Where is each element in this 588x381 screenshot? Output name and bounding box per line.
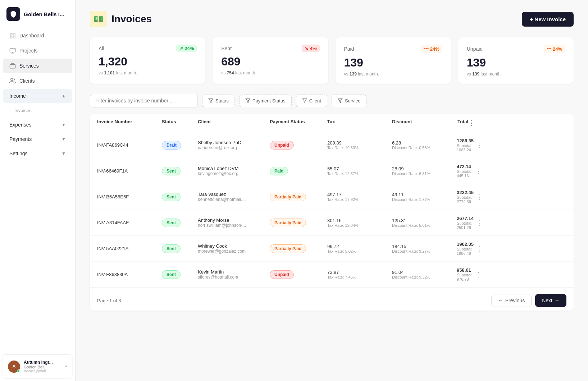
stat-badge-all: ↗ 24% <box>176 45 197 52</box>
sidebar-nav: Dashboard Projects Services Clients Inco… <box>0 28 75 352</box>
tax-cell: 209.39 Tax Rate: 19.33% <box>327 140 392 150</box>
row-actions-button[interactable]: ⋮ <box>472 166 484 176</box>
status-badge: Sent <box>162 270 181 279</box>
col-invoice-number: Invoice Number <box>97 119 162 127</box>
discount-cell: 184.15 Discount Rate: 9.27% <box>392 244 457 253</box>
filter-icon <box>208 98 213 103</box>
trend-icon-unpaid: 〜 <box>547 46 551 52</box>
discount-rate: Discount Rate: 6.31% <box>392 171 457 176</box>
next-arrow-icon: → <box>555 298 560 303</box>
income-label: Income <box>9 93 26 99</box>
user-company: Golden Bell... <box>24 365 61 369</box>
filter-icon <box>302 98 307 103</box>
app-logo[interactable]: Golden Bells I... <box>0 0 75 28</box>
payment-status-filter-button[interactable]: Payment Status <box>239 95 292 107</box>
previous-button[interactable]: ← Previous <box>491 294 532 307</box>
sidebar-section-income[interactable]: Income ▲ <box>3 89 72 103</box>
discount-cell: 91.04 Discount Rate: 9.32% <box>392 270 457 279</box>
total-value: 472.14 <box>457 164 472 169</box>
stat-label-unpaid: Unpaid <box>467 46 483 52</box>
avatar: A <box>8 361 20 373</box>
tax-rate: Tax Rate: 19.33% <box>327 146 392 150</box>
sidebar-item-services[interactable]: Services <box>3 59 72 73</box>
discount-value: 91.04 <box>392 270 457 275</box>
tax-rate: Tax Rate: 17.92% <box>327 197 392 202</box>
client-filter-button[interactable]: Client <box>296 95 327 107</box>
status-badge: Sent <box>162 219 181 227</box>
discount-cell: 6.28 Discount Rate: 0.58% <box>392 140 457 150</box>
table-row: INV-A314FAAF Sent Anthony Morse norriswi… <box>90 210 574 236</box>
tax-value: 497.17 <box>327 192 392 197</box>
invoice-icon: 💵 <box>90 11 106 27</box>
row-actions-button[interactable]: ⋮ <box>474 217 486 228</box>
sidebar-item-dashboard[interactable]: Dashboard <box>3 28 72 43</box>
table-row: INV-5AA0221A Sent Whitney Cook mbrewer@g… <box>90 236 574 262</box>
payment-status-cell: Partially Paid <box>270 244 327 253</box>
subtotal: Subtotal: 2501.29 <box>457 221 474 230</box>
stat-badge-sent: ↘ 4% <box>302 45 320 52</box>
page-title-wrap: 💵 Invoices <box>90 11 152 27</box>
page-header: 💵 Invoices + New Invoice <box>90 11 574 27</box>
service-filter-button[interactable]: Service <box>332 95 366 107</box>
discount-rate: Discount Rate: 9.27% <box>392 249 457 253</box>
stat-badge-paid: 〜 24% <box>421 45 442 53</box>
stat-value-unpaid: 139 <box>467 56 565 69</box>
subtotal: Subtotal: 2774.39 <box>457 195 474 204</box>
stat-sub-unpaid: vs 139 last month. <box>467 72 565 77</box>
discount-rate: Discount Rate: 0.58% <box>392 146 457 150</box>
row-actions-button[interactable]: ⋮ <box>474 140 486 151</box>
row-actions-button[interactable]: ⋮ <box>474 243 486 254</box>
col-payment-status: Payment Status <box>270 119 327 127</box>
discount-value: 6.28 <box>392 140 457 146</box>
stat-label-paid: Paid <box>344 46 354 52</box>
filter-icon <box>338 98 343 103</box>
new-invoice-button[interactable]: + New Invoice <box>522 12 574 27</box>
total-value: 1286.35 <box>457 138 474 143</box>
invoice-search-input[interactable] <box>90 94 198 107</box>
sidebar-section-payments[interactable]: Payments ▼ <box>3 132 72 146</box>
tax-rate: Tax Rate: 5.02% <box>327 249 392 253</box>
stat-sub-paid: vs 139 last month. <box>344 72 442 77</box>
income-arrow-icon: ▲ <box>61 93 66 98</box>
sidebar-item-clients[interactable]: Clients <box>3 74 72 88</box>
stat-card-sent: Sent ↘ 4% 689 vs 754 last month. <box>213 37 328 84</box>
client-name: Shelby Johnson PhD <box>198 140 270 145</box>
user-profile[interactable]: A Autumn Ingr... Golden Bell... momac@ma… <box>3 354 72 378</box>
discount-rate: Discount Rate: 9.32% <box>392 275 457 279</box>
discount-cell: 125.31 Discount Rate: 5.01% <box>392 218 457 228</box>
stat-card-all: All ↗ 24% 1,320 vs 1,101 last month. <box>90 37 205 84</box>
svg-rect-5 <box>10 64 15 68</box>
status-filter-button[interactable]: Status <box>202 95 235 107</box>
total-cell: 1902.05 Subtotal: 1986.48 ⋮ <box>457 242 475 256</box>
discount-cell: 28.09 Discount Rate: 6.31% <box>392 166 457 176</box>
tax-value: 99.72 <box>327 244 392 249</box>
invoice-number: INV-5AA0221A <box>97 246 162 251</box>
svg-marker-8 <box>246 99 250 103</box>
client-email: mbrewer@gonzalez.com <box>198 249 270 254</box>
svg-rect-1 <box>13 33 15 35</box>
sidebar-item-projects[interactable]: Projects <box>3 43 72 58</box>
client-email: uanderson@ruiz.org <box>198 145 270 150</box>
payment-status-cell: Partially Paid <box>270 219 327 227</box>
page-title: Invoices <box>111 13 152 25</box>
sidebar-section-expenses[interactable]: Expenses ▼ <box>3 118 72 132</box>
row-actions-button[interactable]: ⋮ <box>474 192 486 202</box>
tax-cell: 55.07 Tax Rate: 12.37% <box>327 166 392 176</box>
arrow-icon-sent: ↘ <box>305 46 309 51</box>
payments-label: Payments <box>9 136 32 142</box>
col-discount: Discount <box>392 119 457 127</box>
row-actions-button[interactable]: ⋮ <box>472 269 484 280</box>
discount-cell: 49.11 Discount Rate: 1.77% <box>392 192 457 202</box>
tax-value: 301.16 <box>327 218 392 223</box>
total-cell: 472.14 Subtotal: 445.16 ⋮ <box>457 164 475 178</box>
client-email: norriswilliam@johnson-... <box>198 223 270 228</box>
payment-status-cell: Unpaid <box>270 141 327 150</box>
sidebar-section-settings[interactable]: Settings ▼ <box>3 147 72 160</box>
expenses-arrow-icon: ▼ <box>61 122 66 127</box>
total-cell: 1286.35 Subtotal: 1083.24 ⋮ <box>457 138 475 152</box>
status-badge: Sent <box>162 167 181 175</box>
sidebar-sub-invoices[interactable]: Invoices <box>3 104 72 117</box>
table-options-icon[interactable]: ⋮ <box>468 119 475 127</box>
next-button[interactable]: Next → <box>535 294 566 307</box>
discount-rate: Discount Rate: 1.77% <box>392 197 457 202</box>
